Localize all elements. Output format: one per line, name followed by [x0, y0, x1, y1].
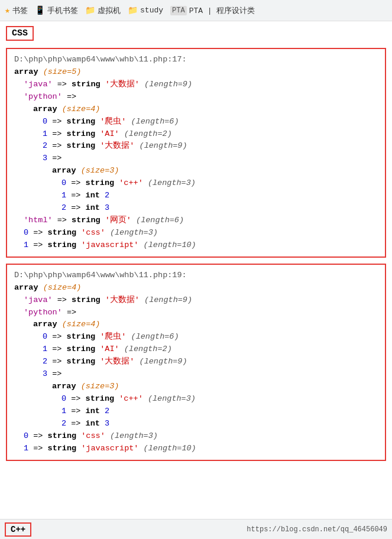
bookmark-study-label: study — [140, 6, 163, 15]
array-nested-1: array (size=3) — [52, 165, 378, 177]
js-line-1: 1 => string 'javascript' (length=10) — [24, 239, 378, 252]
p1-line-1: 1 => string 'AI' (length=2) — [43, 128, 378, 141]
pta-icon: PTA — [170, 6, 187, 15]
star-icon: ★ — [5, 5, 10, 16]
js-line-2: 1 => string 'javascript' (length=10) — [24, 443, 378, 455]
p1-line-2: 1 => string 'AI' (length=2) — [43, 343, 378, 356]
code-block-1: D:\php\php\wamp64\www\whb\11.php:17: arr… — [6, 48, 386, 258]
footer-url: https://blog.csdn.net/qq_46456049 — [247, 525, 387, 534]
bookmark-study-item[interactable]: 📁 study — [128, 5, 163, 15]
bookmark-star-item[interactable]: ★ 书签 — [5, 5, 28, 16]
bookmark-bar: ★ 书签 📱 手机书签 📁 虚拟机 📁 study PTA PTA | 程序设计… — [0, 0, 392, 21]
css-line-2: 0 => string 'css' (length=3) — [24, 430, 378, 443]
array-python-1: array (size=4) — [33, 103, 378, 116]
array-line-2: array (size=4) — [14, 282, 378, 294]
html-line-1: 'html' => string '网页' (length=6) — [24, 215, 378, 227]
python-line-1: 'python' => — [24, 91, 378, 103]
array-nested-2: array (size=3) — [52, 381, 378, 393]
bookmark-vm-item[interactable]: 📁 虚拟机 — [85, 5, 121, 16]
n1-line-2: 1 => int 2 — [61, 405, 378, 418]
n1-line-1: 1 => int 2 — [61, 190, 378, 202]
p2-line-2: 2 => string '大数据' (length=9) — [43, 356, 378, 368]
bookmark-label: 书签 — [12, 5, 28, 16]
n2-line-1: 2 => int 3 — [61, 202, 378, 215]
css-badge: CSS — [6, 26, 34, 41]
python-line-2: 'python' => — [24, 307, 378, 319]
bookmark-pta-label: PTA | 程序设计类 — [189, 5, 255, 16]
code-block-2: D:\php\php\wamp64\www\whb\11.php:19: arr… — [6, 264, 386, 461]
array-python-2: array (size=4) — [33, 319, 378, 331]
n0-line-2: 0 => string 'c++' (length=3) — [61, 393, 378, 405]
footer-bar: C++ https://blog.csdn.net/qq_46456049 — [0, 519, 392, 539]
p0-line-2: 0 => string '爬虫' (length=6) — [43, 331, 378, 343]
css-section-label: CSS — [0, 21, 392, 46]
n0-line-1: 0 => string 'c++' (length=3) — [61, 177, 378, 190]
bookmark-mobile-item[interactable]: 📱 手机书签 — [35, 5, 78, 16]
css-line-1: 0 => string 'css' (length=3) — [24, 227, 378, 239]
p2-line-1: 2 => string '大数据' (length=9) — [43, 140, 378, 152]
cpp-badge: C++ — [5, 522, 31, 537]
bookmark-vm-label: 虚拟机 — [98, 5, 121, 16]
array-line-1: array (size=5) — [14, 66, 378, 79]
p3-line-1: 3 => — [43, 152, 378, 165]
path-line-1: D:\php\php\wamp64\www\whb\11.php:17: — [14, 54, 378, 66]
mobile-icon: 📱 — [35, 5, 45, 15]
folder-icon-study: 📁 — [128, 5, 138, 15]
java-line-1: 'java' => string '大数据' (length=9) — [24, 79, 378, 91]
folder-icon-vm: 📁 — [85, 5, 95, 15]
p0-line-1: 0 => string '爬虫' (length=6) — [43, 116, 378, 128]
path-line-2: D:\php\php\wamp64\www\whb\11.php:19: — [14, 270, 378, 282]
java-line-2: 'java' => string '大数据' (length=9) — [24, 294, 378, 307]
n2-line-2: 2 => int 3 — [61, 418, 378, 430]
bookmark-pta-item[interactable]: PTA PTA | 程序设计类 — [170, 5, 255, 16]
p3-line-2: 3 => — [43, 368, 378, 381]
bookmark-mobile-label: 手机书签 — [47, 5, 78, 16]
